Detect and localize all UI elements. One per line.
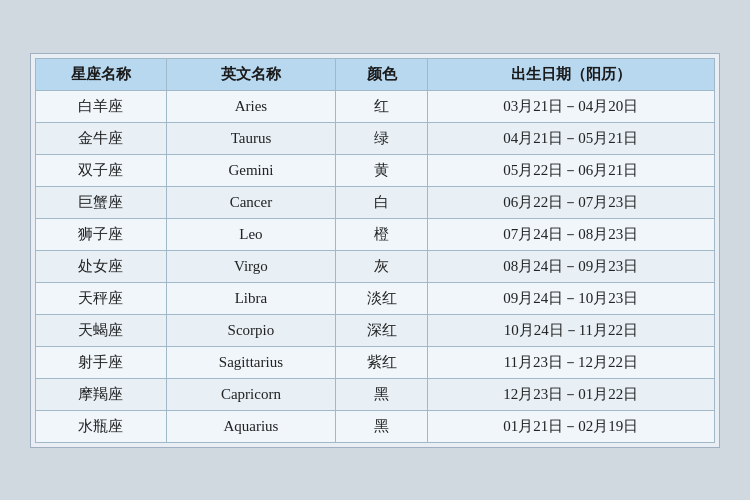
cell-color: 红 bbox=[336, 90, 427, 122]
table-row: 双子座Gemini黄05月22日－06月21日 bbox=[36, 154, 715, 186]
cell-dates: 12月23日－01月22日 bbox=[427, 378, 714, 410]
cell-chinese-name: 天蝎座 bbox=[36, 314, 167, 346]
table-row: 金牛座Taurus绿04月21日－05月21日 bbox=[36, 122, 715, 154]
table-row: 水瓶座Aquarius黑01月21日－02月19日 bbox=[36, 410, 715, 442]
cell-chinese-name: 射手座 bbox=[36, 346, 167, 378]
cell-english-name: Libra bbox=[166, 282, 336, 314]
cell-color: 黑 bbox=[336, 378, 427, 410]
header-chinese-name: 星座名称 bbox=[36, 58, 167, 90]
cell-chinese-name: 金牛座 bbox=[36, 122, 167, 154]
cell-color: 白 bbox=[336, 186, 427, 218]
cell-color: 淡红 bbox=[336, 282, 427, 314]
cell-english-name: Cancer bbox=[166, 186, 336, 218]
cell-dates: 07月24日－08月23日 bbox=[427, 218, 714, 250]
header-dates: 出生日期（阳历） bbox=[427, 58, 714, 90]
cell-dates: 03月21日－04月20日 bbox=[427, 90, 714, 122]
cell-color: 绿 bbox=[336, 122, 427, 154]
cell-chinese-name: 天秤座 bbox=[36, 282, 167, 314]
cell-dates: 06月22日－07月23日 bbox=[427, 186, 714, 218]
table-row: 射手座Sagittarius紫红11月23日－12月22日 bbox=[36, 346, 715, 378]
cell-color: 黄 bbox=[336, 154, 427, 186]
cell-english-name: Scorpio bbox=[166, 314, 336, 346]
table-row: 天秤座Libra淡红09月24日－10月23日 bbox=[36, 282, 715, 314]
cell-english-name: Capricorn bbox=[166, 378, 336, 410]
cell-chinese-name: 水瓶座 bbox=[36, 410, 167, 442]
cell-chinese-name: 狮子座 bbox=[36, 218, 167, 250]
cell-chinese-name: 巨蟹座 bbox=[36, 186, 167, 218]
zodiac-table: 星座名称 英文名称 颜色 出生日期（阳历） 白羊座Aries红03月21日－04… bbox=[35, 58, 715, 443]
header-english-name: 英文名称 bbox=[166, 58, 336, 90]
cell-english-name: Sagittarius bbox=[166, 346, 336, 378]
header-color: 颜色 bbox=[336, 58, 427, 90]
cell-english-name: Leo bbox=[166, 218, 336, 250]
table-row: 天蝎座Scorpio深红10月24日－11月22日 bbox=[36, 314, 715, 346]
cell-english-name: Gemini bbox=[166, 154, 336, 186]
cell-english-name: Virgo bbox=[166, 250, 336, 282]
zodiac-table-container: 星座名称 英文名称 颜色 出生日期（阳历） 白羊座Aries红03月21日－04… bbox=[30, 53, 720, 448]
cell-chinese-name: 双子座 bbox=[36, 154, 167, 186]
cell-dates: 08月24日－09月23日 bbox=[427, 250, 714, 282]
cell-dates: 04月21日－05月21日 bbox=[427, 122, 714, 154]
cell-color: 橙 bbox=[336, 218, 427, 250]
table-row: 处女座Virgo灰08月24日－09月23日 bbox=[36, 250, 715, 282]
cell-english-name: Aquarius bbox=[166, 410, 336, 442]
cell-english-name: Aries bbox=[166, 90, 336, 122]
cell-dates: 11月23日－12月22日 bbox=[427, 346, 714, 378]
cell-dates: 05月22日－06月21日 bbox=[427, 154, 714, 186]
cell-dates: 01月21日－02月19日 bbox=[427, 410, 714, 442]
cell-color: 紫红 bbox=[336, 346, 427, 378]
cell-english-name: Taurus bbox=[166, 122, 336, 154]
table-row: 巨蟹座Cancer白06月22日－07月23日 bbox=[36, 186, 715, 218]
cell-color: 黑 bbox=[336, 410, 427, 442]
table-row: 狮子座Leo橙07月24日－08月23日 bbox=[36, 218, 715, 250]
table-header-row: 星座名称 英文名称 颜色 出生日期（阳历） bbox=[36, 58, 715, 90]
table-row: 白羊座Aries红03月21日－04月20日 bbox=[36, 90, 715, 122]
table-row: 摩羯座Capricorn黑12月23日－01月22日 bbox=[36, 378, 715, 410]
cell-color: 灰 bbox=[336, 250, 427, 282]
cell-dates: 10月24日－11月22日 bbox=[427, 314, 714, 346]
cell-chinese-name: 处女座 bbox=[36, 250, 167, 282]
cell-chinese-name: 摩羯座 bbox=[36, 378, 167, 410]
cell-dates: 09月24日－10月23日 bbox=[427, 282, 714, 314]
cell-color: 深红 bbox=[336, 314, 427, 346]
cell-chinese-name: 白羊座 bbox=[36, 90, 167, 122]
